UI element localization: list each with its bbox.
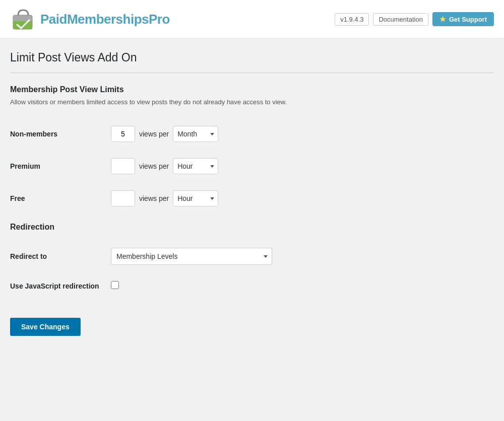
field-label-nonmembers: Non-members bbox=[10, 118, 111, 150]
field-cell-nonmembers: views per Hour Day Week Month Year bbox=[111, 118, 494, 150]
support-button[interactable]: ★ Get Support bbox=[432, 12, 494, 26]
main-content: Limit Post Views Add On Membership Post … bbox=[0, 39, 504, 356]
views-per-label-nonmembers: views per bbox=[139, 130, 169, 138]
header: PaidMembershipsPro v1.9.4.3 Documentatio… bbox=[0, 0, 504, 39]
svg-rect-2 bbox=[13, 21, 32, 29]
redirect-to-select[interactable]: Membership Levels Login Page Custom URL bbox=[111, 248, 272, 265]
views-group-premium: views per Hour Day Week Month Year bbox=[111, 158, 494, 174]
pmp-logo-svg bbox=[10, 6, 36, 32]
membership-section-description: Allow visitors or members limited access… bbox=[10, 98, 494, 106]
redirection-section: Redirection Redirect to Membership Level… bbox=[10, 223, 494, 299]
period-select-nonmembers[interactable]: Hour Day Week Month Year bbox=[173, 126, 218, 142]
redirection-section-title: Redirection bbox=[10, 223, 494, 232]
divider bbox=[10, 73, 494, 73]
field-cell-redirect-to: Membership Levels Login Page Custom URL bbox=[111, 240, 494, 273]
logo-area: PaidMembershipsPro bbox=[10, 6, 170, 32]
table-row: Non-members views per Hour Day Week bbox=[10, 118, 494, 150]
field-cell-premium: views per Hour Day Week Month Year bbox=[111, 150, 494, 182]
page-title: Limit Post Views Add On bbox=[10, 51, 494, 64]
logo-icon bbox=[10, 6, 36, 32]
membership-section-title: Membership Post View Limits bbox=[10, 85, 494, 94]
period-select-premium[interactable]: Hour Day Week Month Year bbox=[173, 158, 218, 174]
documentation-link[interactable]: Documentation bbox=[373, 13, 428, 26]
header-actions: v1.9.4.3 Documentation ★ Get Support bbox=[335, 12, 494, 26]
star-icon: ★ bbox=[439, 15, 446, 23]
views-per-label-premium: views per bbox=[139, 162, 169, 170]
js-redirect-checkbox[interactable] bbox=[111, 281, 119, 289]
field-label-premium: Premium bbox=[10, 150, 111, 182]
field-label-js-redirect: Use JavaScript redirection bbox=[10, 273, 111, 299]
table-row: Use JavaScript redirection bbox=[10, 273, 494, 299]
views-input-nonmembers[interactable] bbox=[111, 126, 135, 142]
membership-limits-section: Membership Post View Limits Allow visito… bbox=[10, 85, 494, 215]
save-changes-button[interactable]: Save Changes bbox=[10, 318, 81, 336]
views-group-nonmembers: views per Hour Day Week Month Year bbox=[111, 126, 494, 142]
views-per-label-free: views per bbox=[139, 194, 169, 202]
field-label-free: Free bbox=[10, 182, 111, 215]
field-cell-js-redirect bbox=[111, 273, 494, 299]
settings-form: Membership Post View Limits Allow visito… bbox=[10, 85, 494, 336]
table-row: Redirect to Membership Levels Login Page… bbox=[10, 240, 494, 273]
period-select-free[interactable]: Hour Day Week Month Year bbox=[173, 190, 218, 206]
membership-form-table: Non-members views per Hour Day Week bbox=[10, 118, 494, 215]
table-row: Premium views per Hour Day Week bbox=[10, 150, 494, 182]
views-input-premium[interactable] bbox=[111, 158, 135, 174]
views-group-free: views per Hour Day Week Month Year bbox=[111, 190, 494, 206]
version-badge: v1.9.4.3 bbox=[335, 13, 369, 26]
page-wrapper: PaidMembershipsPro v1.9.4.3 Documentatio… bbox=[0, 0, 504, 421]
field-label-redirect-to: Redirect to bbox=[10, 240, 111, 273]
logo-text: PaidMembershipsPro bbox=[40, 12, 170, 27]
redirection-form-table: Redirect to Membership Levels Login Page… bbox=[10, 240, 494, 299]
field-cell-free: views per Hour Day Week Month Year bbox=[111, 182, 494, 215]
table-row: Free views per Hour Day Week bbox=[10, 182, 494, 215]
views-input-free[interactable] bbox=[111, 190, 135, 206]
